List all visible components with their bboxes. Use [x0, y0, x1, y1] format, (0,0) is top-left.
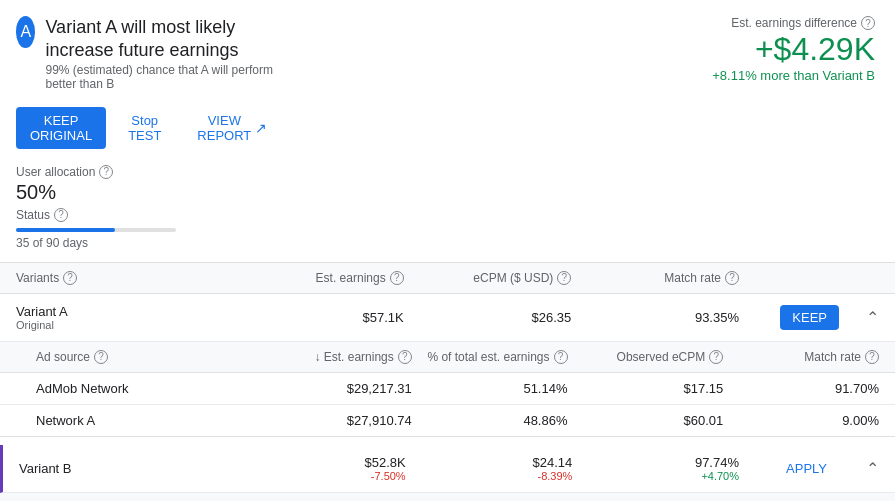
variant-a-collapse-icon[interactable]: ⌃	[839, 308, 879, 327]
est-diff-section: Est. earnings difference ? +$4.29K +8.11…	[712, 16, 875, 250]
view-report-button[interactable]: VIEW REPORT ↗	[183, 107, 281, 149]
variant-b-apply-button[interactable]: APPLY	[774, 456, 839, 481]
view-report-label: VIEW REPORT	[197, 113, 251, 143]
variant-b-ecpm: $24.14 -8.39%	[406, 455, 573, 482]
allocation-value: 50%	[16, 181, 281, 204]
inner-a-match-0: 91.70%	[723, 381, 879, 396]
inner-a-earnings-1: $27,910.74	[256, 413, 412, 428]
variant-b-name: Variant B	[19, 461, 239, 476]
inner-col-match-rate: Match rate ?	[723, 350, 879, 364]
col-header-action	[739, 271, 839, 285]
table-header-row: Variants ? Est. earnings ? eCPM ($ USD) …	[0, 263, 895, 294]
variant-a-est-earnings: $57.1K	[236, 310, 404, 325]
progress-bar	[16, 228, 176, 232]
variant-b-action: APPLY	[739, 456, 839, 481]
inner-a-ecpm-1: $60.01	[568, 413, 724, 428]
inner-col-pct-total: % of total est. earnings ?	[412, 350, 568, 364]
external-link-icon: ↗	[255, 120, 267, 136]
est-diff-value: +$4.29K	[712, 30, 875, 68]
status-label: Status ?	[16, 208, 68, 222]
allocation-help-icon[interactable]: ?	[99, 165, 113, 179]
page-title: Variant A will most likely increase futu…	[45, 16, 281, 63]
inner-col-ad-source: Ad source ?	[36, 350, 256, 364]
variant-a-action: KEEP	[739, 305, 839, 330]
inner-a-pct-0: 51.14%	[412, 381, 568, 396]
variant-a-inner-row-1: Network A $27,910.74 48.86% $60.01 9.00%	[0, 405, 895, 436]
est-diff-sub: +8.11% more than Variant B	[712, 68, 875, 83]
inner-a-earnings-0: $29,217.31	[256, 381, 412, 396]
variant-b-collapse-icon[interactable]: ⌃	[839, 459, 879, 478]
stop-test-button[interactable]: Stop TEST	[114, 107, 175, 149]
allocation-label: User allocation ?	[16, 165, 281, 179]
est-diff-help-icon[interactable]: ?	[861, 16, 875, 30]
inner-a-ecpm-0: $17.15	[568, 381, 724, 396]
progress-bar-fill	[16, 228, 115, 232]
est-diff-label: Est. earnings difference ?	[712, 16, 875, 30]
keep-original-button[interactable]: KEEP ORIGINAL	[16, 107, 106, 149]
col-header-est-earnings: Est. earnings ?	[236, 271, 404, 285]
inner-match-rate-help-icon[interactable]: ?	[865, 350, 879, 364]
inner-a-source-1: Network A	[36, 413, 256, 428]
col-header-expand	[839, 271, 879, 285]
inner-observed-ecpm-help-icon[interactable]: ?	[709, 350, 723, 364]
variants-help-icon[interactable]: ?	[63, 271, 77, 285]
variant-a-inner-table: Ad source ? ↓ Est. earnings ? % of total…	[0, 342, 895, 437]
page-subtitle: 99% (estimated) chance that A will perfo…	[45, 63, 281, 91]
inner-a-pct-1: 48.86%	[412, 413, 568, 428]
inner-col-est-earnings: ↓ Est. earnings ?	[256, 350, 412, 364]
inner-est-earnings-help-icon[interactable]: ?	[398, 350, 412, 364]
variant-a-match-rate: 93.35%	[571, 310, 739, 325]
inner-table-a-header: Ad source ? ↓ Est. earnings ? % of total…	[0, 342, 895, 373]
variant-b-row: Variant B $52.8K -7.50% $24.14 -8.39% 97…	[0, 445, 895, 493]
ecpm-help-icon[interactable]: ?	[557, 271, 571, 285]
avatar: A	[16, 16, 35, 48]
days-text: 35 of 90 days	[16, 236, 281, 250]
variant-b-inner-table: Ad source ? ↓ Est. earnings ? % of total…	[0, 493, 895, 501]
inner-table-b-header: Ad source ? ↓ Est. earnings ? % of total…	[0, 493, 895, 501]
match-rate-help-icon[interactable]: ?	[725, 271, 739, 285]
variant-b-est-earnings: $52.8K -7.50%	[239, 455, 406, 482]
inner-ad-source-help-icon[interactable]: ?	[94, 350, 108, 364]
inner-col-observed-ecpm: Observed eCPM ?	[568, 350, 724, 364]
inner-pct-help-icon[interactable]: ?	[554, 350, 568, 364]
variant-a-name: Variant A Original	[16, 304, 236, 331]
est-earnings-help-icon[interactable]: ?	[390, 271, 404, 285]
variant-a-row: Variant A Original $57.1K $26.35 93.35% …	[0, 294, 895, 342]
status-help-icon[interactable]: ?	[54, 208, 68, 222]
col-header-ecpm: eCPM ($ USD) ?	[404, 271, 572, 285]
variants-table: Variants ? Est. earnings ? eCPM ($ USD) …	[0, 262, 895, 501]
variant-b-match-rate: 97.74% +4.70%	[572, 455, 739, 482]
inner-a-source-0: AdMob Network	[36, 381, 256, 396]
variant-a-keep-button[interactable]: KEEP	[780, 305, 839, 330]
col-header-variants: Variants ?	[16, 271, 236, 285]
variant-a-inner-row-0: AdMob Network $29,217.31 51.14% $17.15 9…	[0, 373, 895, 405]
col-header-match-rate: Match rate ?	[571, 271, 739, 285]
inner-a-match-1: 9.00%	[723, 413, 879, 428]
variant-a-ecpm: $26.35	[404, 310, 572, 325]
